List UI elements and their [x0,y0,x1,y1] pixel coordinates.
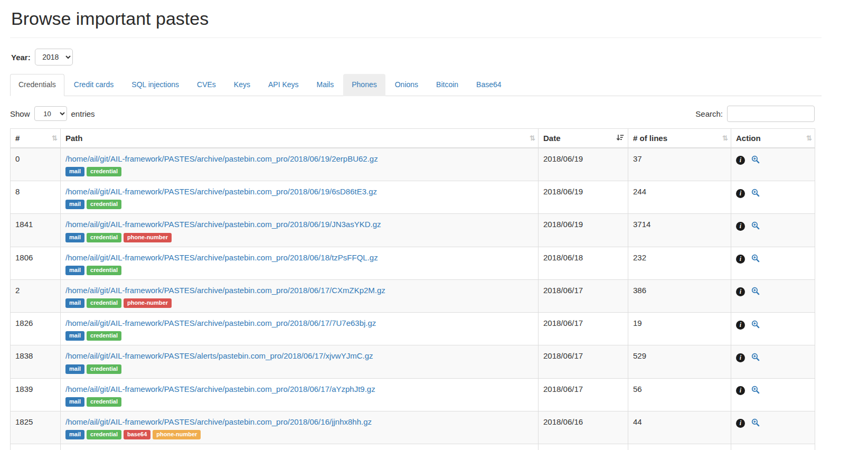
tag-badge-mail: mail [65,397,84,407]
paste-date: 2018/06/18 [539,247,628,279]
paste-preview-button[interactable] [751,189,760,199]
paste-index: 1841 [11,214,61,247]
tab-phones[interactable]: Phones [343,74,385,96]
paste-preview-button[interactable] [751,221,760,231]
paste-path-link[interactable]: /home/ail/git/AIL-framework/PASTES/archi… [65,417,372,426]
paste-line-count: 232 [628,247,731,279]
show-entries-select[interactable]: 10 [34,106,67,121]
sort-desc-icon[interactable] [616,134,624,142]
tab-credit-cards[interactable]: Credit cards [65,74,122,96]
paste-info-button[interactable]: i [736,156,745,165]
paste-line-count: 3714 [628,214,731,247]
paste-path-link[interactable]: /home/ail/git/AIL-framework/PASTES/archi… [65,318,376,327]
paste-path-link[interactable]: /home/ail/git/AIL-framework/PASTES/archi… [65,187,377,196]
paste-info-button[interactable]: i [736,287,745,296]
paste-info-button[interactable]: i [736,353,745,362]
paste-path-link[interactable]: /home/ail/git/AIL-framework/PASTES/alert… [65,351,373,360]
paste-path-cell: /home/ail/git/AIL-framework/PASTES/archi… [61,378,539,411]
paste-date: 2018/06/17 [539,378,628,411]
action-cell: i [731,247,815,279]
paste-info-button[interactable]: i [736,419,745,428]
tab-api-keys[interactable]: API Keys [260,74,307,96]
tab-label[interactable]: Credentials [10,74,64,96]
sort-icon[interactable]: ⇅ [52,134,56,142]
tab-bitcoin[interactable]: Bitcoin [428,74,467,96]
tag-badge-phone-number: phone-number [124,233,172,242]
tab-label[interactable]: Bitcoin [428,74,467,96]
search-input[interactable] [727,106,815,122]
action-cell: i [731,411,815,444]
sort-icon[interactable]: ⇅ [530,134,534,142]
paste-info-button[interactable]: i [736,255,745,264]
tab-base64[interactable]: Base64 [468,74,510,96]
table-row: 0/home/ail/git/AIL-framework/PASTES/arch… [11,148,815,181]
paste-path-link[interactable]: /home/ail/git/AIL-framework/PASTES/archi… [65,286,385,295]
tab-label[interactable]: Base64 [468,74,510,96]
tab-label[interactable]: CVEs [188,74,224,96]
paste-index: 2 [11,279,61,312]
tab-label[interactable]: SQL injections [123,74,187,96]
pastes-table: #⇅Path⇅Date# of lines⇅Action⇅ 0/home/ail… [10,128,815,450]
tab-label[interactable]: Onions [386,74,427,96]
column-header-path[interactable]: Path⇅ [61,128,539,148]
search-plus-icon [751,355,760,363]
tag-badge-phone-number: phone-number [124,298,172,308]
paste-preview-button[interactable] [751,254,760,264]
year-select[interactable]: 2018 [35,49,73,65]
tab-label[interactable]: Keys [225,74,259,96]
tag-badge-credential: credential [87,200,121,209]
paste-line-count: 244 [628,181,731,214]
action-cell: i [731,214,815,247]
tag-list: mailcredentialphone-number [65,233,533,242]
column-header-action[interactable]: Action⇅ [731,128,815,148]
paste-path-link[interactable]: /home/ail/git/AIL-framework/PASTES/archi… [65,220,381,229]
paste-preview-button[interactable] [751,320,760,330]
show-label: Show [10,109,30,118]
tag-badge-credential: credential [87,430,121,439]
paste-info-button[interactable]: i [736,222,745,231]
tag-list: mailcredentialphone-number [65,298,533,308]
paste-path-link[interactable]: /home/ail/git/AIL-framework/PASTES/archi… [65,385,375,393]
info-circle-icon: i [736,222,745,231]
paste-path-link[interactable]: /home/ail/git/AIL-framework/PASTES/archi… [65,154,378,163]
paste-path-link[interactable]: /home/ail/git/AIL-framework/PASTES/archi… [65,253,378,262]
year-label: Year: [11,53,31,62]
info-circle-icon: i [736,353,745,362]
tab-keys[interactable]: Keys [225,74,259,96]
tag-badge-mail: mail [65,430,84,439]
paste-path-cell: /home/ail/git/AIL-framework/PASTES/archi… [61,279,539,312]
tag-badge-credential: credential [87,233,121,242]
paste-preview-button[interactable] [751,386,760,396]
column-header--[interactable]: #⇅ [11,128,61,148]
tab-credentials[interactable]: Credentials [10,74,64,96]
tab-onions[interactable]: Onions [386,74,427,96]
action-cell: i [731,279,815,312]
paste-preview-button[interactable] [751,418,760,428]
paste-preview-button[interactable] [751,287,760,297]
paste-preview-button[interactable] [751,353,760,363]
paste-info-button[interactable]: i [736,321,745,330]
tab-sql-injections[interactable]: SQL injections [123,74,187,96]
search-plus-icon [751,223,760,231]
column-label: Action [736,134,761,143]
tab-cves[interactable]: CVEs [188,74,224,96]
action-cell: i [731,148,815,181]
year-filter: Year: 2018 [11,49,822,65]
action-cell: i [731,378,815,411]
sort-icon[interactable]: ⇅ [722,134,727,142]
tab-label[interactable]: Credit cards [65,74,122,96]
paste-path-cell: /home/ail/git/AIL-framework/PASTES/archi… [61,148,539,181]
column-header--of-lines[interactable]: # of lines⇅ [628,128,731,148]
paste-line-count: 110 [628,444,731,450]
sort-icon[interactable]: ⇅ [806,134,811,142]
tab-label[interactable]: API Keys [260,74,307,96]
tab-mails[interactable]: Mails [308,74,343,96]
tab-label[interactable]: Phones [343,74,385,96]
column-header-date[interactable]: Date [539,128,628,148]
paste-date: 2018/06/16 [539,444,628,450]
paste-info-button[interactable]: i [736,189,745,198]
paste-info-button[interactable]: i [736,386,745,395]
search-plus-icon [751,157,760,165]
tab-label[interactable]: Mails [308,74,343,96]
paste-preview-button[interactable] [751,155,760,165]
